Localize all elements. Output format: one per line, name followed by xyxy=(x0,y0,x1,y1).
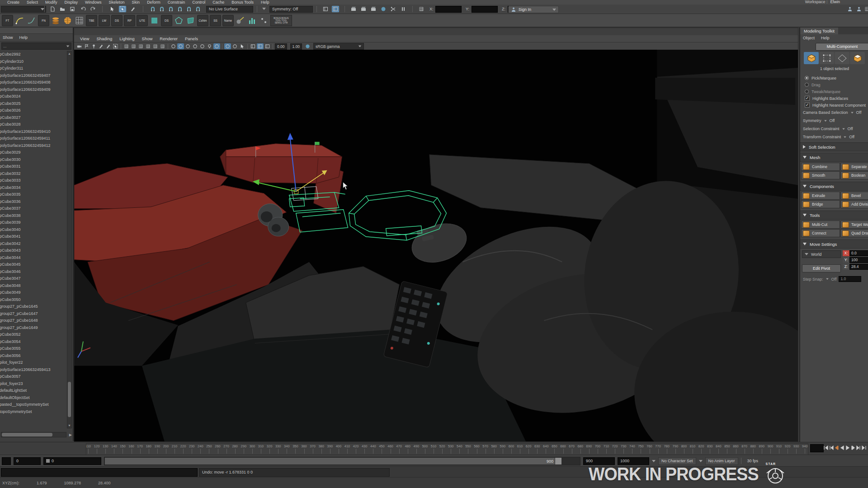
menu-item-display[interactable]: Display xyxy=(61,0,82,5)
color-management-icon[interactable] xyxy=(304,43,311,49)
animation-start-field[interactable]: 0 xyxy=(43,457,101,465)
range-slider-track[interactable]: 900 xyxy=(104,457,580,465)
shade-sphere-icon[interactable] xyxy=(177,43,184,49)
view-transform-dropdown[interactable]: sRGB gamma xyxy=(313,43,364,50)
menu-item-cache[interactable]: Cache xyxy=(209,0,228,5)
checkbox-highlight-nearest-component[interactable]: ✓Highlight Nearest Component xyxy=(800,102,868,108)
range-slider-handle[interactable] xyxy=(555,458,561,465)
render-region-icon[interactable] xyxy=(370,6,377,12)
step-snap-value[interactable]: Off xyxy=(831,277,837,282)
shelf-item-csnm[interactable]: CsNm xyxy=(197,15,208,26)
outliner-item[interactable]: pCylinder310 xyxy=(0,58,67,66)
workspace-grid-icon[interactable] xyxy=(863,6,868,12)
chevron-down-icon[interactable] xyxy=(652,460,656,462)
command-input[interactable] xyxy=(1,468,198,477)
shelf-item-sphere-icon[interactable] xyxy=(62,15,73,26)
help-menu[interactable]: Help xyxy=(821,36,830,40)
face-mode-icon[interactable] xyxy=(835,52,849,64)
menu-item-bonus-tools[interactable]: Bonus Tools xyxy=(228,0,257,5)
panel-layout-active-icon[interactable] xyxy=(332,6,339,12)
outliner-item[interactable]: pCube3035 xyxy=(0,191,67,198)
shelf-item-curve2-icon[interactable] xyxy=(26,15,37,26)
outliner-item[interactable]: pilot_foyer22 xyxy=(0,359,67,366)
modeling-toolkit-tab[interactable]: Modeling Toolkit xyxy=(800,28,868,34)
brush-icon[interactable] xyxy=(98,43,104,49)
render-settings-icon[interactable] xyxy=(380,6,387,12)
menu-item-create[interactable]: Create xyxy=(4,0,23,5)
extrude-button[interactable]: Extrude xyxy=(801,192,840,200)
outliner-menu-show[interactable]: Show xyxy=(3,35,13,40)
tools-section[interactable]: Tools xyxy=(800,211,868,220)
isolate-icon[interactable] xyxy=(231,43,238,49)
shelf-item-grid-icon[interactable] xyxy=(74,15,85,26)
target-weld-button[interactable]: Target Weld xyxy=(840,221,868,229)
isolate-icon[interactable] xyxy=(224,43,231,49)
outliner-item[interactable]: pCube3027 xyxy=(0,114,67,122)
outliner-item[interactable]: pCube3050 xyxy=(0,296,67,304)
exposure-field[interactable]: 0.00 xyxy=(275,43,287,50)
step-forward-key-icon[interactable] xyxy=(856,444,861,451)
outliner-item[interactable]: pCube3032 xyxy=(0,170,67,178)
shelf-item-name[interactable]: Name xyxy=(222,15,234,26)
shade-sphere-icon[interactable] xyxy=(184,43,191,49)
scroll-right-icon[interactable]: ▶ xyxy=(69,433,72,437)
quad-draw-button[interactable]: Quad Draw xyxy=(840,229,868,237)
shelf-item-ft[interactable]: FT xyxy=(2,15,13,26)
marquee-select-icon[interactable] xyxy=(119,6,126,12)
menu-item-skeleton[interactable]: Skeleton xyxy=(105,0,128,5)
menu-item-deform[interactable]: Deform xyxy=(143,0,164,5)
components-section[interactable]: Components xyxy=(800,182,868,191)
sign-in-button[interactable]: Sign In xyxy=(508,6,559,13)
snap-to-plane-icon[interactable] xyxy=(185,6,193,12)
outliner-item[interactable]: pCube3036 xyxy=(0,198,67,206)
menu-item-constrain[interactable]: Constrain xyxy=(164,0,189,5)
outliner-item[interactable]: pCube3028 xyxy=(0,121,67,128)
outliner-menu-help[interactable]: Help xyxy=(19,35,28,40)
multi-component-button[interactable]: Multi-Component xyxy=(816,43,868,51)
outliner-item[interactable]: polySurface1206632459413 xyxy=(0,366,67,374)
scrollbar-thumb[interactable] xyxy=(68,382,71,417)
outliner-item[interactable]: pCube3041 xyxy=(0,233,67,240)
outliner-item[interactable]: pCube3029 xyxy=(0,149,67,156)
shelf-item-tbe[interactable]: TBE xyxy=(86,15,97,26)
camera-icon[interactable] xyxy=(76,43,83,49)
edge-mode-icon[interactable] xyxy=(819,52,834,64)
outliner-item[interactable]: pCube3055 xyxy=(0,345,67,352)
shade-sphere-icon[interactable] xyxy=(213,43,220,49)
multi-cut-button[interactable]: Multi-Cut xyxy=(801,221,840,229)
workspace-value[interactable]: Elwin xyxy=(830,0,840,4)
viewport-menu-panels[interactable]: Panels xyxy=(182,36,201,41)
shelf-item-curve-icon[interactable] xyxy=(14,15,25,26)
shelf-item-ss[interactable]: SS xyxy=(210,15,221,26)
outliner-item[interactable]: polySurface1206632459410 xyxy=(0,128,67,136)
viewport-canvas[interactable] xyxy=(74,50,798,441)
outliner-item[interactable]: pCube3031 xyxy=(0,163,67,170)
layout-grid-icon[interactable] xyxy=(123,43,130,49)
outliner-item[interactable]: polySurface1206632459408 xyxy=(0,79,67,86)
paint-select-icon[interactable] xyxy=(129,6,137,12)
outliner-item[interactable]: pCube3039 xyxy=(0,219,67,226)
outliner-item[interactable]: pCube3044 xyxy=(0,254,67,262)
uv-mode-icon[interactable] xyxy=(850,52,865,64)
shelf-item-fn[interactable]: FN xyxy=(38,15,49,26)
outliner-item[interactable]: pilot_foyer23 xyxy=(0,380,67,388)
pages-icon[interactable] xyxy=(250,43,256,49)
bookmark-icon[interactable] xyxy=(83,43,90,49)
edit-pivot-button[interactable]: Edit Pivot xyxy=(802,264,841,272)
go-to-start-icon[interactable] xyxy=(824,444,828,451)
snap-to-grid-icon[interactable] xyxy=(149,6,156,12)
character-set-selector[interactable]: No Character Set xyxy=(658,457,696,465)
bridge-button[interactable]: Bridge xyxy=(801,200,840,208)
shelf-item-lw[interactable]: LW xyxy=(99,15,110,26)
outliner-item[interactable]: polySurface1206632459411 xyxy=(0,135,67,142)
selection-constraint-dropdown[interactable]: Selection ConstraintOff xyxy=(800,125,868,133)
open-scene-icon[interactable] xyxy=(59,6,66,12)
outliner-item[interactable]: pCube3056 xyxy=(0,352,67,360)
shelf-item-poly-icon[interactable] xyxy=(174,15,184,26)
bevel-button[interactable]: Bevel xyxy=(840,192,868,200)
transform-constraint-dropdown[interactable]: Transform ConstraintOff xyxy=(800,133,868,141)
pencil-icon[interactable] xyxy=(105,43,112,49)
outliner-item[interactable]: pCube3054 xyxy=(0,338,67,346)
outliner-item[interactable]: group27_pCube1647 xyxy=(0,310,67,318)
radio-pick-marquee[interactable]: Pick/Marquee xyxy=(800,75,868,81)
